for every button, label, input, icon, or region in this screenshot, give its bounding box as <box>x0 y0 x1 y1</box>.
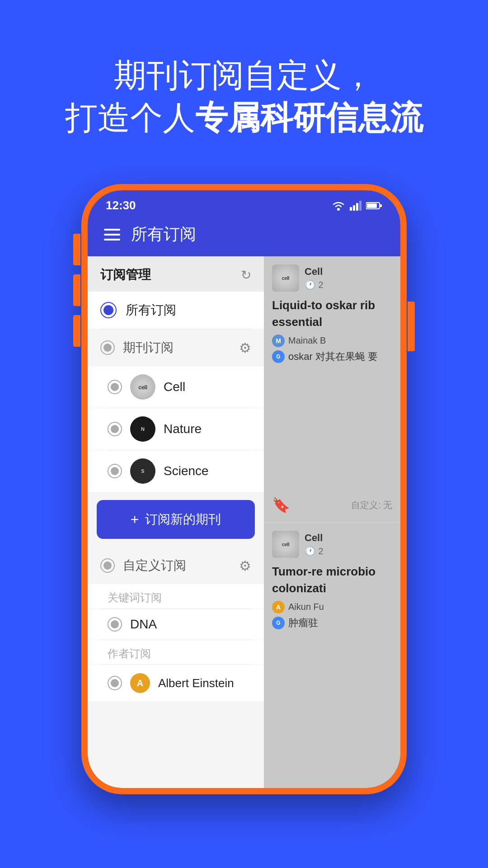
article-1-time: 🕐 2 <box>305 279 324 290</box>
article-1-excerpt: oskar 对其在果蝇 要 <box>288 350 378 364</box>
journal-item-science[interactable]: S Science <box>88 450 264 492</box>
svg-rect-7 <box>380 204 382 207</box>
journal-section-radio[interactable] <box>100 340 115 355</box>
journal-section-header: 期刊订阅 ⚙ <box>88 329 264 366</box>
article-2-time: 🕐 2 <box>305 546 324 557</box>
section-title: 订阅管理 <box>100 266 151 283</box>
status-bar: 12:30 <box>88 190 400 217</box>
custom-section-label: 自定义订阅 <box>123 557 186 574</box>
svg-rect-4 <box>359 201 361 211</box>
article-2-excerpt: 肿瘤驻 <box>288 616 318 630</box>
journal-gear-icon[interactable]: ⚙ <box>239 340 251 356</box>
app-bar-title: 所有订阅 <box>131 223 196 245</box>
content-area: 订阅管理 ↻ 所有订阅 <box>88 256 400 788</box>
battery-icon <box>366 202 382 210</box>
left-panel: 订阅管理 ↻ 所有订阅 <box>88 256 264 788</box>
svg-rect-6 <box>367 203 377 208</box>
einstein-radio[interactable] <box>108 676 122 690</box>
hero-text-block: 期刊订阅自定义， 打造个人专属科研信息流 <box>0 0 488 166</box>
translate-icon-2: G <box>272 617 285 629</box>
journal-section-radio-inner <box>103 344 112 352</box>
article-1-journal-thumb: cell <box>272 264 299 292</box>
cell-logo: cell <box>130 374 155 400</box>
svg-point-0 <box>337 208 340 211</box>
article-1-author-row: M Mainak B <box>272 335 392 347</box>
phone-container: 12:30 <box>0 184 488 794</box>
einstein-item[interactable]: A Albert Einstein <box>88 665 264 701</box>
all-subscription-label: 所有订阅 <box>126 302 176 319</box>
custom-tag-1: 自定义: 无 <box>351 499 392 511</box>
article-2-journal-name: Cell <box>305 532 324 544</box>
article-2-author-name: Aikun Fu <box>288 602 324 612</box>
journal-item-cell[interactable]: cell Cell <box>88 366 264 408</box>
article-card-1[interactable]: cell Cell 🕐 2 Liquid-to oskar rib essent… <box>264 256 400 522</box>
science-label: Science <box>164 464 209 478</box>
article-2-author-badge: A <box>272 601 285 613</box>
article-1-translate-row: G oskar 对其在果蝇 要 <box>272 350 392 364</box>
signal-icon <box>350 201 361 211</box>
nature-radio[interactable] <box>108 422 122 436</box>
science-radio-inner <box>111 467 119 475</box>
article-2-translate-row: G 肿瘤驻 <box>272 616 392 630</box>
svg-rect-1 <box>350 207 352 211</box>
custom-gear-icon[interactable]: ⚙ <box>239 558 251 574</box>
hero-section: 期刊订阅自定义， 打造个人专属科研信息流 <box>0 0 488 166</box>
dna-label: DNA <box>130 617 157 632</box>
article-1-author-badge: M <box>272 335 285 347</box>
right-panel: cell Cell 🕐 2 Liquid-to oskar rib essent… <box>264 256 400 788</box>
custom-section-radio[interactable] <box>100 558 115 573</box>
phone-inner: 12:30 <box>88 190 400 788</box>
hero-line2-normal: 打造个人 <box>65 99 195 136</box>
einstein-avatar: A <box>130 673 150 693</box>
all-subscription-radio[interactable] <box>100 302 117 318</box>
phone-screen: 12:30 <box>88 190 400 788</box>
dna-radio-inner <box>111 620 119 628</box>
article-1-journal-name: Cell <box>305 266 324 278</box>
science-logo: S <box>130 458 155 484</box>
custom-section-header: 自定义订阅 ⚙ <box>88 547 264 584</box>
article-2-title: Tumor-re microbio colonizati <box>272 563 392 596</box>
subscribe-journal-button[interactable]: + 订阅新的期刊 <box>97 500 255 539</box>
cell-radio[interactable] <box>108 380 122 394</box>
hamburger-icon[interactable] <box>104 229 120 241</box>
article-2-journal-thumb: cell <box>272 531 299 558</box>
keyword-label: 关键词订阅 <box>88 584 264 609</box>
phone-outer: 12:30 <box>81 184 407 794</box>
plus-icon: + <box>131 511 139 528</box>
einstein-radio-inner <box>111 679 119 687</box>
article-1-meta: Cell 🕐 2 <box>305 266 324 290</box>
journal-item-nature[interactable]: N Nature <box>88 408 264 450</box>
svg-rect-3 <box>356 203 358 211</box>
status-time: 12:30 <box>106 198 136 212</box>
einstein-name: Albert Einstein <box>158 676 234 690</box>
all-subscription-item[interactable]: 所有订阅 <box>88 292 264 329</box>
subscription-section-header: 订阅管理 ↻ <box>88 256 264 292</box>
journal-section-label: 期刊订阅 <box>123 339 174 356</box>
author-label: 作者订阅 <box>88 640 264 665</box>
science-radio[interactable] <box>108 464 122 478</box>
bookmark-icon-1[interactable]: 🔖 <box>272 496 290 514</box>
article-1-author-name: Mainak B <box>288 335 326 346</box>
article-card-2[interactable]: cell Cell 🕐 2 Tumor-re microbio coloniza… <box>264 523 400 788</box>
nature-label: Nature <box>164 422 202 436</box>
hero-line2: 打造个人专属科研信息流 <box>27 97 461 139</box>
article-1-header: cell Cell 🕐 2 <box>272 264 392 292</box>
nature-radio-inner <box>111 425 119 433</box>
dna-radio[interactable] <box>108 617 122 632</box>
subscribe-btn-label: 订阅新的期刊 <box>145 511 221 528</box>
hero-line2-bold: 专属科研信息流 <box>195 99 423 136</box>
status-icons <box>332 201 382 211</box>
nature-logo: N <box>130 416 155 442</box>
wifi-icon <box>332 201 345 211</box>
cell-radio-inner <box>111 383 119 391</box>
hero-line1: 期刊订阅自定义， <box>27 54 461 97</box>
dna-item[interactable]: DNA <box>88 609 264 640</box>
app-bar: 所有订阅 <box>88 217 400 256</box>
article-1-footer: 🔖 自定义: 无 <box>272 492 392 514</box>
article-2-author-row: A Aikun Fu <box>272 601 392 613</box>
article-1-title: Liquid-to oskar rib essential <box>272 297 392 330</box>
cell-label: Cell <box>164 380 185 394</box>
article-2-header: cell Cell 🕐 2 <box>272 531 392 558</box>
svg-rect-2 <box>353 205 355 211</box>
refresh-icon[interactable]: ↻ <box>241 268 251 283</box>
